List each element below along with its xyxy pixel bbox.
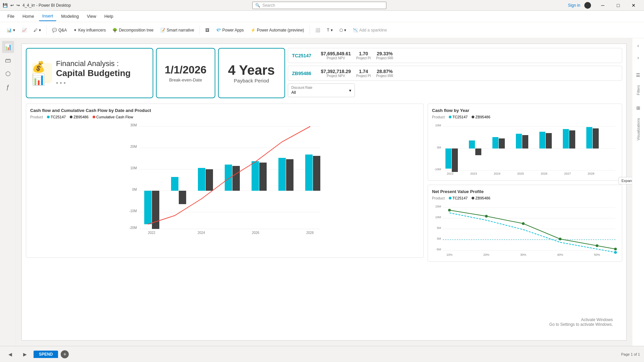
menu-home[interactable]: Home (19, 12, 38, 21)
activate-windows-title: Activate Windows (549, 317, 613, 322)
svg-text:15M: 15M (435, 205, 441, 208)
power-automate-label: Power Automate (preview) (257, 28, 304, 33)
svg-rect-30 (539, 132, 545, 148)
decomposition-tree-btn[interactable]: 🌳 Decomposition tree (110, 26, 156, 34)
format-icon: 🖊 (34, 28, 38, 33)
project-row-tc25147: TC25147 $7,695,849.61 Project NPV 1.70 P… (288, 48, 622, 63)
tc-npv-value: $7,695,849.61 (321, 51, 351, 56)
close-btn[interactable]: ✕ (626, 0, 641, 11)
discount-value: All (291, 90, 296, 95)
menu-help[interactable]: Help (101, 12, 117, 21)
chart-icon: 📈 (22, 28, 27, 33)
discount-label: Discount Rate (291, 86, 313, 89)
title-search-bar[interactable]: 🔍 Search (252, 2, 386, 9)
npv-tc-line (449, 210, 615, 249)
filter-panel-icon[interactable]: ☰ (634, 70, 643, 80)
key-influencers-btn[interactable]: ✦ Key influencers (71, 26, 108, 34)
sidebar-dax-icon[interactable]: ƒ (2, 81, 14, 93)
svg-text:2023: 2023 (470, 172, 477, 175)
bar-zb-2023 (179, 191, 186, 204)
svg-text:10M: 10M (435, 216, 441, 219)
right-panel: ‹ › ☰ Filters ⊞ Visualizations (632, 38, 644, 346)
chart-cash-flow-cumulative: Cash flow and Cumulative Cash Flow by Da… (26, 104, 424, 258)
qa-icon: 💬 (52, 28, 57, 33)
svg-text:30M: 30M (130, 123, 137, 127)
power-apps-btn[interactable]: 💎 Power Apps (213, 26, 247, 34)
maximize-btn[interactable]: □ (610, 0, 626, 11)
img-btn[interactable]: 🖼 (203, 26, 212, 34)
svg-text:0M: 0M (437, 146, 441, 149)
svg-text:5M: 5M (437, 226, 441, 230)
title-icon: 💰📊 (32, 63, 52, 83)
visualizations-icon[interactable]: ⊞ (634, 103, 643, 113)
undo-icon[interactable]: ↩ (10, 3, 14, 8)
svg-text:2025: 2025 (517, 172, 524, 175)
format-btn[interactable]: 🖊 ▾ (31, 26, 44, 34)
svg-rect-33 (569, 130, 575, 148)
expand-button[interactable]: Expand (619, 177, 632, 184)
button-icon: ⬡ (339, 28, 343, 33)
bar-tc-2028 (305, 155, 313, 191)
add-sheet-btn[interactable]: + (61, 350, 69, 358)
svg-rect-29 (522, 135, 528, 148)
smart-narrative-btn[interactable]: 📝 Smart narrative (158, 26, 197, 34)
toolbar: 📊 ▾ 📈 🖊 ▾ 💬 Q&A ✦ Key influencers 🌳 Deco… (0, 22, 644, 38)
svg-rect-31 (546, 133, 552, 148)
break-even-date: 1/1/2026 (165, 64, 207, 76)
bar-tc-2026 (252, 161, 259, 191)
menu-view[interactable]: View (84, 12, 100, 21)
forward-panel-icon[interactable]: › (634, 53, 643, 62)
sidebar-model-icon[interactable]: ⬡ (2, 68, 14, 80)
power-automate-btn[interactable]: ⚡ Power Automate (preview) (248, 26, 307, 34)
svg-text:-10M: -10M (434, 168, 441, 171)
chart-right-bottom-legend: Product TC25147 ZB95486 (432, 196, 618, 200)
sign-in-btn[interactable]: Sign in (568, 3, 580, 8)
chart-type-btn[interactable]: 📈 (19, 26, 30, 34)
svg-text:2022: 2022 (447, 172, 453, 175)
qa-btn[interactable]: 💬 Q&A (49, 26, 69, 34)
zb-pi-value: 1.74 (359, 69, 368, 74)
shapes-btn[interactable]: ⬜ (313, 26, 323, 34)
button-btn[interactable]: ⬡ ▾ (337, 26, 349, 34)
title-text: Financial Analysis : Capital Budgeting •… (56, 59, 130, 87)
back-panel-icon[interactable]: ‹ (634, 41, 643, 50)
redo-icon[interactable]: ↪ (16, 3, 20, 8)
zb-irr-label: Project IRR (376, 74, 393, 78)
title-bar-left: 💾 ↩ ↪ 4_4_irr - Power BI Desktop (3, 3, 71, 8)
svg-text:-20M: -20M (129, 226, 137, 230)
sparkline-btn[interactable]: 📉 Add a sparkline (350, 26, 390, 34)
minimize-btn[interactable]: ─ (595, 0, 610, 11)
zb-npv-label: Project NPV (327, 74, 345, 78)
sparkline-label: Add a sparkline (359, 28, 387, 33)
prev-page-btn[interactable]: ◀ (4, 348, 16, 360)
project-stats: TC25147 $7,695,849.61 Project NPV 1.70 P… (288, 48, 622, 98)
next-page-btn[interactable]: ▶ (19, 348, 31, 360)
svg-point-55 (522, 222, 525, 225)
menu-modeling[interactable]: Modeling (58, 12, 82, 21)
legend-rt-zb-dot: ZB95486 (472, 115, 490, 119)
visual-type-btn[interactable]: 📊 ▾ (4, 26, 18, 34)
text-btn[interactable]: T ▾ (324, 26, 335, 34)
legend-tc-dot: TC25147 (47, 115, 66, 119)
sidebar-data-icon[interactable]: 🗃 (2, 54, 14, 66)
cashflow-year-svg: 10M 0M -10M (432, 122, 618, 175)
main-area: 📊 🗃 ⬡ ƒ 💰📊 Financial Analysis : Capital … (0, 38, 644, 346)
project-id-tc: TC25147 (292, 53, 316, 58)
svg-text:40%: 40% (557, 253, 563, 256)
svg-rect-25 (475, 148, 481, 155)
menu-insert[interactable]: Insert (39, 11, 57, 21)
smart-narrative-icon: 📝 (160, 28, 165, 33)
chart-left-legend: Product TC25147 ZB95486 Cumulative Cash … (30, 115, 419, 119)
key-influencers-label: Key influencers (78, 28, 106, 33)
discount-dropdown[interactable]: Discount Rate All ▾ (288, 83, 355, 97)
sheet-tab-spend[interactable]: SPEND (34, 351, 58, 358)
legend-npv-tc-dot: TC25147 (449, 196, 468, 200)
sidebar-report-icon[interactable]: 📊 (2, 41, 14, 53)
save-icon[interactable]: 💾 (3, 3, 8, 8)
svg-rect-27 (499, 138, 505, 148)
menu-file[interactable]: File (4, 12, 18, 21)
project-id-zb: ZB95486 (292, 71, 316, 76)
header-section: 💰📊 Financial Analysis : Capital Budgetin… (26, 48, 622, 98)
activate-windows-notice: Activate Windows Go to Settings to activ… (549, 317, 613, 327)
qa-label: Q&A (58, 28, 67, 33)
